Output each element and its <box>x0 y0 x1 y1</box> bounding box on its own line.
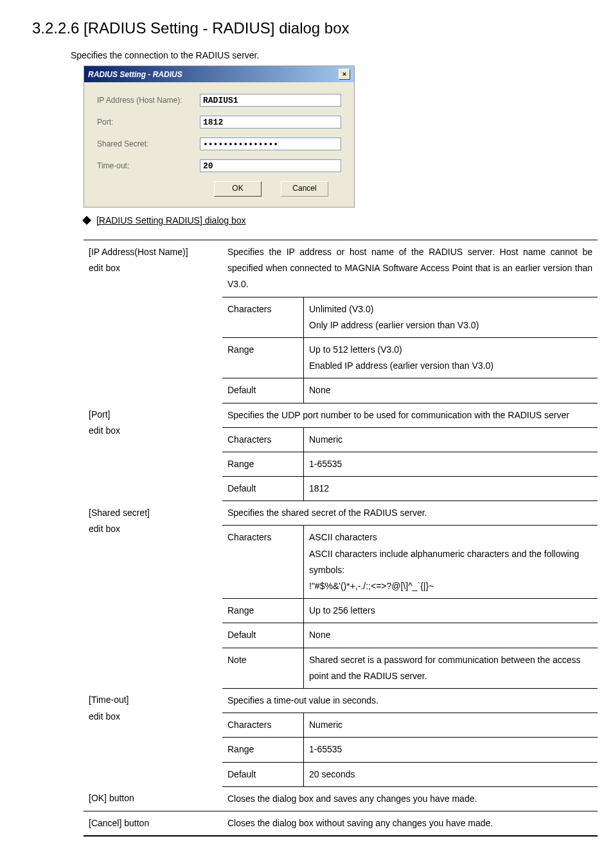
timeout-chars-label: Characters <box>222 713 304 738</box>
diamond-icon <box>82 216 91 225</box>
ip-input[interactable] <box>200 94 341 107</box>
port-range-val: 1-65535 <box>304 452 598 476</box>
close-icon[interactable]: × <box>339 69 350 80</box>
secret-range-val: Up to 256 letters <box>304 599 598 623</box>
dialog-title-text: RADIUS Setting - RADIUS <box>88 70 182 79</box>
ok-desc: Closes the dialog box and saves any chan… <box>222 786 598 811</box>
timeout-name: [Time-out] edit box <box>84 688 222 786</box>
secret-label: Shared Secret: <box>97 139 200 148</box>
port-label: Port: <box>97 118 200 127</box>
ip-desc: Specifies the IP address or host name of… <box>222 240 598 297</box>
secret-name: [Shared secret] edit box <box>84 501 222 689</box>
cancel-desc: Closes the dialog box without saving any… <box>222 811 598 836</box>
secret-note-label: Note <box>222 648 304 688</box>
timeout-range-label: Range <box>222 738 304 762</box>
port-name: [Port] edit box <box>84 403 222 501</box>
timeout-desc: Specifies a time-out value in seconds. <box>222 688 598 713</box>
cancel-button[interactable]: Cancel <box>281 181 328 197</box>
ip-range-val: Up to 512 letters (V3.0) Enabled IP addr… <box>304 337 598 378</box>
timeout-range-val: 1-65535 <box>304 738 598 762</box>
timeout-default-val: 20 seconds <box>304 762 598 786</box>
dialog-titlebar: RADIUS Setting - RADIUS × <box>84 66 354 82</box>
timeout-default-label: Default <box>222 762 304 786</box>
port-desc: Specifies the UDP port number to be used… <box>222 403 598 427</box>
secret-range-label: Range <box>222 599 304 623</box>
port-default-val: 1812 <box>304 477 598 501</box>
secret-chars-label: Characters <box>222 526 304 599</box>
ip-chars-label: Characters <box>222 297 304 337</box>
port-range-label: Range <box>222 452 304 476</box>
timeout-label: Time-out: <box>97 161 200 170</box>
radius-dialog: RADIUS Setting - RADIUS × IP Address (Ho… <box>84 66 355 208</box>
ip-chars-val: Unlimited (V3.0) Only IP address (earlie… <box>304 297 598 337</box>
secret-input[interactable] <box>200 137 341 150</box>
ip-name: [IP Address(Host Name)] edit box <box>84 240 222 403</box>
intro-text: Specifies the connection to the RADIUS s… <box>71 50 581 60</box>
ok-button[interactable]: OK <box>214 181 262 197</box>
ip-range-label: Range <box>222 337 304 378</box>
port-chars-val: Numeric <box>304 427 598 452</box>
cancel-name: [Cancel] button <box>84 811 222 836</box>
ip-label: IP Address (Host Name): <box>97 96 200 105</box>
secret-default-label: Default <box>222 623 304 648</box>
ip-default-label: Default <box>222 378 304 403</box>
secret-chars-val: ASCII characters ASCII characters includ… <box>304 526 598 599</box>
ok-name: [OK] button <box>84 786 222 811</box>
caption-text: [RADIUS Setting RADIUS] dialog box <box>96 215 246 226</box>
properties-table: [IP Address(Host Name)] edit box Specifi… <box>84 240 598 837</box>
timeout-chars-val: Numeric <box>304 713 598 738</box>
ip-default-val: None <box>304 378 598 403</box>
secret-desc: Specifies the shared secret of the RADIU… <box>222 501 598 526</box>
secret-note-val: Shared secret is a password for communic… <box>304 648 598 688</box>
port-default-label: Default <box>222 477 304 501</box>
secret-default-val: None <box>304 623 598 648</box>
section-title: 3.2.2.6 [RADIUS Setting - RADIUS] dialog… <box>32 19 581 37</box>
port-chars-label: Characters <box>222 427 304 452</box>
dialog-caption: [RADIUS Setting RADIUS] dialog box <box>84 215 581 226</box>
timeout-input[interactable] <box>200 159 341 172</box>
port-input[interactable] <box>200 116 341 128</box>
